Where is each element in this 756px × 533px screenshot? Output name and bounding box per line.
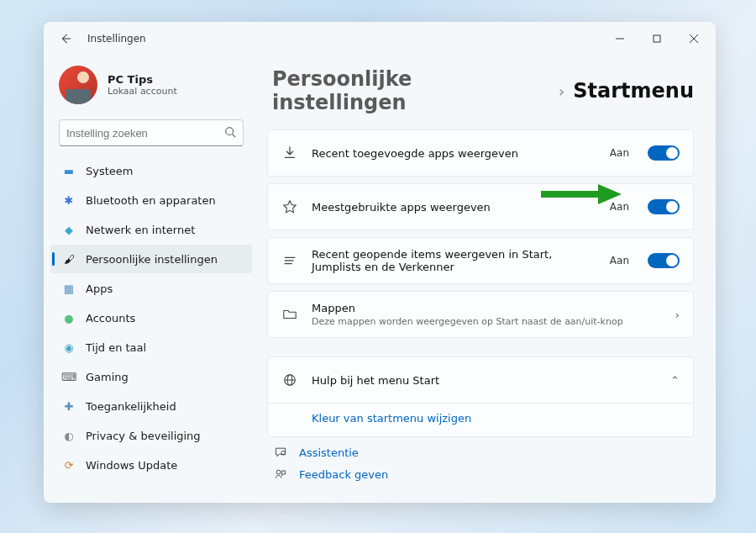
nav-label: Privacy & beveiliging	[86, 430, 201, 442]
nav-label: Systeem	[86, 165, 133, 177]
nav-toegankelijkheid[interactable]: ✚Toegankelijkheid	[50, 392, 252, 420]
nav-accounts[interactable]: ●Accounts	[50, 303, 252, 332]
download-icon	[281, 145, 298, 161]
chat-icon	[272, 446, 289, 459]
maximize-button[interactable]	[638, 22, 675, 55]
search-icon	[224, 126, 236, 140]
sidebar: PC Tips Lokaal account ▬Systeem ✱Bluetoo…	[44, 55, 259, 503]
monitor-icon: ▬	[62, 165, 76, 177]
settings-window: Instellingen PC Tips Lokaal account ▬Sys…	[44, 22, 716, 503]
bluetooth-icon: ✱	[62, 194, 76, 207]
breadcrumb-parent[interactable]: Persoonlijke instellingen	[272, 67, 550, 114]
nav-apps[interactable]: ▦Apps	[50, 274, 252, 303]
nav-label: Toegankelijkheid	[86, 400, 176, 413]
account-block[interactable]: PC Tips Lokaal account	[50, 61, 252, 116]
nav-privacy[interactable]: ◐Privacy & beveiliging	[50, 421, 252, 450]
svg-point-4	[226, 127, 234, 135]
nav-gaming[interactable]: ⌨Gaming	[50, 362, 252, 391]
globe-help-icon	[281, 372, 298, 388]
folder-icon	[281, 307, 298, 322]
chevron-up-icon: ⌃	[670, 374, 680, 387]
nav-label: Windows Update	[86, 459, 177, 472]
nav-systeem[interactable]: ▬Systeem	[50, 156, 252, 185]
footer-links: Assistentie Feedback geven	[267, 446, 694, 481]
toggle-recent-items[interactable]	[648, 253, 680, 268]
setting-label: Meestgebruikte apps weergeven	[312, 201, 596, 214]
brush-icon: 🖌	[62, 253, 76, 266]
nav-list: ▬Systeem ✱Bluetooth en apparaten ◆Netwer…	[50, 156, 252, 479]
setting-recent-items: Recent geopende items weergeven in Start…	[267, 237, 694, 284]
window-title: Instellingen	[87, 33, 146, 45]
globe-icon: ◉	[62, 341, 76, 354]
search-input[interactable]	[59, 119, 244, 146]
nav-update[interactable]: ⟳Windows Update	[50, 451, 252, 479]
content-pane: Persoonlijke instellingen › Startmenu Re…	[259, 55, 716, 503]
toggle-state: Aan	[610, 201, 629, 213]
search-field[interactable]	[66, 127, 224, 140]
link-label: Assistentie	[299, 446, 359, 459]
setting-most-used: Meestgebruikte apps weergeven Aan	[267, 183, 694, 230]
chevron-right-icon: ›	[675, 309, 680, 321]
minimize-button[interactable]	[601, 22, 638, 55]
link-assistentie[interactable]: Assistentie	[272, 446, 694, 459]
avatar	[59, 66, 97, 104]
breadcrumb: Persoonlijke instellingen › Startmenu	[272, 67, 694, 114]
svg-point-13	[276, 470, 281, 474]
accessibility-icon: ✚	[62, 400, 76, 413]
nav-persoonlijk[interactable]: 🖌Persoonlijke instellingen	[50, 245, 252, 273]
help-link-color[interactable]: Kleur van startmenu wijzigen	[268, 404, 693, 436]
nav-tijd[interactable]: ◉Tijd en taal	[50, 333, 252, 361]
nav-label: Gaming	[86, 371, 129, 383]
close-button[interactable]	[675, 22, 712, 55]
svg-line-5	[233, 134, 236, 137]
update-icon: ⟳	[62, 459, 76, 472]
gamepad-icon: ⌨	[62, 371, 76, 383]
shield-icon: ◐	[62, 430, 76, 442]
setting-sub: Deze mappen worden weergegeven op Start …	[312, 316, 662, 327]
setting-label: Mappen	[312, 302, 662, 314]
nav-label: Tijd en taal	[86, 341, 146, 354]
link-label: Feedback geven	[299, 468, 388, 481]
back-button[interactable]	[55, 33, 76, 45]
account-name: PC Tips	[108, 73, 177, 86]
toggle-state: Aan	[610, 147, 629, 159]
person-icon: ●	[62, 312, 76, 325]
nav-label: Apps	[86, 282, 113, 295]
toggle-recent-apps[interactable]	[648, 145, 680, 161]
setting-label: Recent geopende items weergeven in Start…	[312, 248, 596, 273]
setting-recent-apps: Recent toegevoegde apps weergeven Aan	[267, 129, 694, 177]
nav-netwerk[interactable]: ◆Netwerk en internet	[50, 215, 252, 244]
toggle-most-used[interactable]	[648, 199, 680, 214]
list-icon	[281, 253, 298, 268]
toggle-state: Aan	[610, 255, 629, 266]
feedback-icon	[272, 467, 289, 481]
setting-label: Recent toegevoegde apps weergeven	[312, 147, 596, 160]
nav-bluetooth[interactable]: ✱Bluetooth en apparaten	[50, 186, 252, 214]
breadcrumb-current: Startmenu	[573, 79, 694, 103]
nav-label: Persoonlijke instellingen	[86, 253, 218, 266]
nav-label: Accounts	[86, 312, 135, 325]
svg-rect-1	[654, 35, 660, 42]
nav-label: Netwerk en internet	[86, 224, 195, 236]
account-type: Lokaal account	[108, 86, 177, 97]
nav-label: Bluetooth en apparaten	[86, 194, 216, 207]
setting-folders[interactable]: Mappen Deze mappen worden weergegeven op…	[267, 291, 694, 338]
titlebar: Instellingen	[44, 22, 716, 55]
chevron-right-icon: ›	[559, 82, 564, 100]
star-icon	[281, 199, 298, 214]
wifi-icon: ◆	[62, 224, 76, 236]
apps-icon: ▦	[62, 282, 76, 295]
help-section: Hulp bij het menu Start ⌃ Kleur van star…	[267, 356, 694, 437]
link-feedback[interactable]: Feedback geven	[272, 467, 694, 481]
help-header[interactable]: Hulp bij het menu Start ⌃	[268, 357, 693, 403]
help-title: Hulp bij het menu Start	[312, 374, 657, 387]
